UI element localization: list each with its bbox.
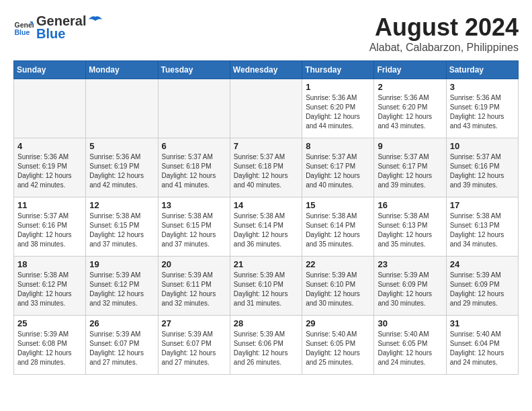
title-area: August 2024 Alabat, Calabarzon, Philippi… — [369, 13, 519, 54]
day-info: Sunrise: 5:39 AM Sunset: 6:07 PM Dayligh… — [162, 330, 226, 367]
calendar-cell: 23Sunrise: 5:39 AM Sunset: 6:09 PM Dayli… — [374, 257, 446, 316]
day-info: Sunrise: 5:37 AM Sunset: 6:16 PM Dayligh… — [17, 212, 82, 249]
day-number: 25 — [17, 318, 82, 328]
calendar-cell — [86, 79, 158, 138]
day-info: Sunrise: 5:40 AM Sunset: 6:05 PM Dayligh… — [306, 330, 370, 367]
calendar-cell: 31Sunrise: 5:40 AM Sunset: 6:04 PM Dayli… — [446, 316, 518, 375]
day-number: 17 — [450, 200, 515, 210]
day-info: Sunrise: 5:39 AM Sunset: 6:10 PM Dayligh… — [234, 271, 298, 308]
calendar-cell: 14Sunrise: 5:38 AM Sunset: 6:14 PM Dayli… — [230, 197, 302, 257]
day-number: 3 — [450, 82, 515, 92]
weekday-header-saturday: Saturday — [446, 61, 518, 79]
day-number: 15 — [306, 200, 370, 210]
day-info: Sunrise: 5:36 AM Sunset: 6:20 PM Dayligh… — [378, 93, 442, 131]
day-number: 30 — [378, 318, 442, 328]
calendar-cell: 2Sunrise: 5:36 AM Sunset: 6:20 PM Daylig… — [374, 79, 446, 138]
day-number: 22 — [306, 259, 370, 269]
calendar-cell: 10Sunrise: 5:37 AM Sunset: 6:16 PM Dayli… — [446, 138, 518, 197]
day-number: 4 — [17, 141, 82, 151]
day-number: 21 — [234, 259, 298, 269]
calendar-cell: 9Sunrise: 5:37 AM Sunset: 6:17 PM Daylig… — [374, 138, 446, 197]
day-info: Sunrise: 5:39 AM Sunset: 6:11 PM Dayligh… — [162, 271, 226, 308]
day-info: Sunrise: 5:39 AM Sunset: 6:08 PM Dayligh… — [17, 330, 82, 367]
calendar-cell — [230, 79, 302, 138]
logo-bird-icon — [87, 15, 103, 28]
calendar-cell: 15Sunrise: 5:38 AM Sunset: 6:14 PM Dayli… — [302, 197, 374, 257]
day-number: 12 — [89, 200, 154, 210]
day-number: 28 — [234, 318, 298, 328]
day-number: 11 — [17, 200, 82, 210]
day-number: 20 — [162, 259, 226, 269]
calendar-cell: 26Sunrise: 5:39 AM Sunset: 6:07 PM Dayli… — [86, 316, 158, 375]
day-info: Sunrise: 5:37 AM Sunset: 6:18 PM Dayligh… — [162, 152, 226, 190]
weekday-header-tuesday: Tuesday — [158, 61, 230, 79]
day-info: Sunrise: 5:39 AM Sunset: 6:09 PM Dayligh… — [378, 271, 442, 308]
day-number: 14 — [234, 200, 298, 210]
weekday-header-wednesday: Wednesday — [230, 61, 302, 79]
day-number: 10 — [450, 141, 515, 151]
day-number: 7 — [234, 141, 298, 151]
calendar-cell: 27Sunrise: 5:39 AM Sunset: 6:07 PM Dayli… — [158, 316, 230, 375]
day-number: 8 — [306, 141, 370, 151]
day-info: Sunrise: 5:39 AM Sunset: 6:12 PM Dayligh… — [89, 271, 154, 308]
day-info: Sunrise: 5:38 AM Sunset: 6:14 PM Dayligh… — [234, 212, 298, 249]
location-subtitle: Alabat, Calabarzon, Philippines — [369, 42, 519, 54]
calendar-cell: 17Sunrise: 5:38 AM Sunset: 6:13 PM Dayli… — [446, 197, 518, 257]
weekday-header-friday: Friday — [374, 61, 446, 79]
week-row-5: 25Sunrise: 5:39 AM Sunset: 6:08 PM Dayli… — [14, 316, 519, 375]
week-row-3: 11Sunrise: 5:37 AM Sunset: 6:16 PM Dayli… — [14, 197, 519, 257]
calendar-cell: 30Sunrise: 5:40 AM Sunset: 6:05 PM Dayli… — [374, 316, 446, 375]
week-row-1: 1Sunrise: 5:36 AM Sunset: 6:20 PM Daylig… — [14, 79, 519, 138]
calendar-cell: 19Sunrise: 5:39 AM Sunset: 6:12 PM Dayli… — [86, 257, 158, 316]
calendar-cell: 1Sunrise: 5:36 AM Sunset: 6:20 PM Daylig… — [302, 79, 374, 138]
day-number: 18 — [17, 259, 82, 269]
day-number: 2 — [378, 82, 442, 92]
day-number: 6 — [162, 141, 226, 151]
week-row-2: 4Sunrise: 5:36 AM Sunset: 6:19 PM Daylig… — [14, 138, 519, 197]
month-year-title: August 2024 — [369, 13, 519, 42]
week-row-4: 18Sunrise: 5:38 AM Sunset: 6:12 PM Dayli… — [14, 257, 519, 316]
day-number: 5 — [89, 141, 154, 151]
day-info: Sunrise: 5:40 AM Sunset: 6:05 PM Dayligh… — [378, 330, 442, 367]
day-info: Sunrise: 5:37 AM Sunset: 6:17 PM Dayligh… — [306, 152, 370, 190]
calendar-cell: 3Sunrise: 5:36 AM Sunset: 6:19 PM Daylig… — [446, 79, 518, 138]
day-info: Sunrise: 5:36 AM Sunset: 6:20 PM Dayligh… — [306, 93, 370, 131]
calendar-cell: 21Sunrise: 5:39 AM Sunset: 6:10 PM Dayli… — [230, 257, 302, 316]
weekday-header-row: SundayMondayTuesdayWednesdayThursdayFrid… — [14, 61, 519, 79]
calendar-cell: 5Sunrise: 5:36 AM Sunset: 6:19 PM Daylig… — [86, 138, 158, 197]
weekday-header-monday: Monday — [86, 61, 158, 79]
calendar-cell: 4Sunrise: 5:36 AM Sunset: 6:19 PM Daylig… — [14, 138, 86, 197]
day-info: Sunrise: 5:40 AM Sunset: 6:04 PM Dayligh… — [450, 330, 515, 367]
calendar-cell: 6Sunrise: 5:37 AM Sunset: 6:18 PM Daylig… — [158, 138, 230, 197]
header: General Blue General Blue August 2024 Al… — [13, 13, 519, 54]
calendar-cell: 29Sunrise: 5:40 AM Sunset: 6:05 PM Dayli… — [302, 316, 374, 375]
logo: General Blue General Blue — [13, 13, 103, 42]
calendar-cell: 7Sunrise: 5:37 AM Sunset: 6:18 PM Daylig… — [230, 138, 302, 197]
day-info: Sunrise: 5:38 AM Sunset: 6:13 PM Dayligh… — [450, 212, 515, 249]
day-info: Sunrise: 5:39 AM Sunset: 6:06 PM Dayligh… — [234, 330, 298, 367]
calendar-cell — [158, 79, 230, 138]
day-info: Sunrise: 5:37 AM Sunset: 6:16 PM Dayligh… — [450, 152, 515, 190]
day-info: Sunrise: 5:38 AM Sunset: 6:15 PM Dayligh… — [89, 212, 154, 249]
day-info: Sunrise: 5:36 AM Sunset: 6:19 PM Dayligh… — [17, 152, 82, 190]
day-number: 31 — [450, 318, 515, 328]
calendar-cell: 24Sunrise: 5:39 AM Sunset: 6:09 PM Dayli… — [446, 257, 518, 316]
calendar-cell: 12Sunrise: 5:38 AM Sunset: 6:15 PM Dayli… — [86, 197, 158, 257]
calendar-cell: 22Sunrise: 5:39 AM Sunset: 6:10 PM Dayli… — [302, 257, 374, 316]
day-number: 23 — [378, 259, 442, 269]
calendar-cell — [14, 79, 86, 138]
day-number: 26 — [89, 318, 154, 328]
day-number: 16 — [378, 200, 442, 210]
day-number: 1 — [306, 82, 370, 92]
day-number: 19 — [89, 259, 154, 269]
calendar-cell: 16Sunrise: 5:38 AM Sunset: 6:13 PM Dayli… — [374, 197, 446, 257]
day-info: Sunrise: 5:38 AM Sunset: 6:12 PM Dayligh… — [17, 271, 82, 308]
weekday-header-sunday: Sunday — [14, 61, 86, 79]
calendar-cell: 25Sunrise: 5:39 AM Sunset: 6:08 PM Dayli… — [14, 316, 86, 375]
day-info: Sunrise: 5:36 AM Sunset: 6:19 PM Dayligh… — [450, 93, 515, 131]
day-info: Sunrise: 5:38 AM Sunset: 6:14 PM Dayligh… — [306, 212, 370, 249]
calendar-cell: 20Sunrise: 5:39 AM Sunset: 6:11 PM Dayli… — [158, 257, 230, 316]
weekday-header-thursday: Thursday — [302, 61, 374, 79]
calendar-cell: 28Sunrise: 5:39 AM Sunset: 6:06 PM Dayli… — [230, 316, 302, 375]
day-number: 27 — [162, 318, 226, 328]
